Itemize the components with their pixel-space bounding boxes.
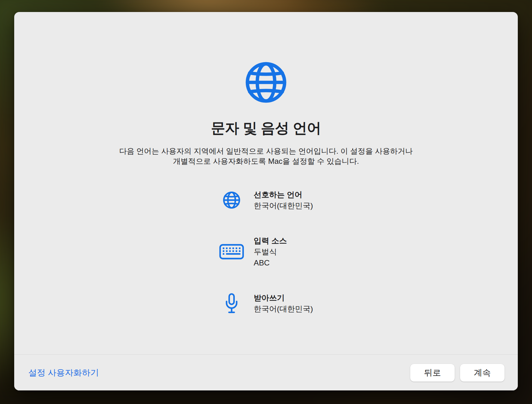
preferred-language-value: 한국어(대한민국) [254,200,313,211]
row-preferred-language: 선호하는 언어 한국어(대한민국) [219,189,313,211]
footer-bar: 설정 사용자화하기 뒤로 계속 [14,354,518,390]
keyboard-icon [219,244,244,259]
settings-list: 선호하는 언어 한국어(대한민국) [219,189,313,314]
globe-icon [14,60,518,105]
dictation-title: 받아쓰기 [254,292,313,303]
page-description-line2: 개별적으로 사용자화하도록 Mac을 설정할 수 있습니다. [14,156,518,166]
row-dictation: 받아쓰기 한국어(대한민국) [219,292,313,314]
continue-button[interactable]: 계속 [460,364,505,382]
microphone-icon [219,293,244,314]
setup-assistant-window: 문자 및 음성 언어 다음 언어는 사용자의 지역에서 일반적으로 사용되는 언… [14,12,518,390]
main-content: 문자 및 음성 언어 다음 언어는 사용자의 지역에서 일반적으로 사용되는 언… [14,60,518,314]
dictation-value: 한국어(대한민국) [254,303,313,314]
input-source-value-1: 두벌식 [254,246,287,257]
globe-icon [219,191,244,210]
page-description-line1: 다음 언어는 사용자의 지역에서 일반적으로 사용되는 언어입니다. 이 설정을… [14,146,518,156]
page-description: 다음 언어는 사용자의 지역에서 일반적으로 사용되는 언어입니다. 이 설정을… [14,146,518,166]
row-input-sources: 입력 소스 두벌식 ABC [219,235,313,268]
input-source-value-2: ABC [254,257,287,268]
page-title: 문자 및 음성 언어 [14,119,518,138]
footer-buttons: 뒤로 계속 [410,364,505,382]
customize-settings-link[interactable]: 설정 사용자화하기 [28,367,99,378]
input-sources-title: 입력 소스 [254,235,287,246]
preferred-language-title: 선호하는 언어 [254,189,313,200]
back-button[interactable]: 뒤로 [410,364,455,382]
